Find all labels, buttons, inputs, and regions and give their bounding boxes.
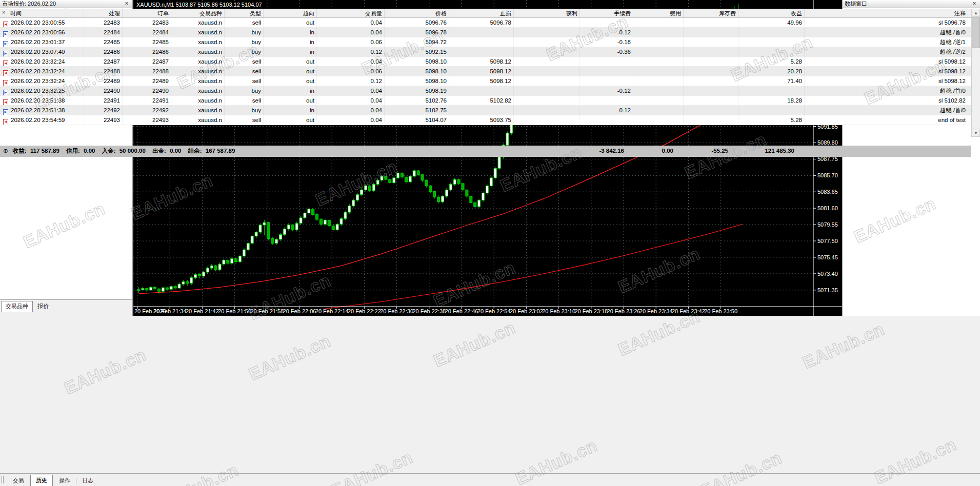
deal-fee	[633, 86, 684, 95]
deal-time: 2026.02.20 23:51:38	[11, 107, 65, 113]
deal-sl: 5096.78	[449, 18, 514, 27]
history-column-header[interactable]: 价格	[385, 9, 449, 17]
tab-trade[interactable]: 交易	[7, 475, 30, 486]
deal-type: buy	[225, 106, 264, 115]
svg-text:20 Feb 22:54: 20 Feb 22:54	[477, 308, 511, 314]
close-icon[interactable]: ×	[123, 0, 130, 8]
deal-deal: 22493	[84, 115, 123, 125]
data-window-title: 数据窗口	[845, 1, 867, 7]
tab-journal[interactable]: 日志	[76, 475, 99, 486]
history-row[interactable]: ◄2026.02.20 23:32:242248722487xauusd.nse…	[0, 57, 971, 67]
summary-deposit-value: 50 000.00	[119, 148, 146, 154]
deal-sl: 5098.12	[449, 57, 514, 66]
history-column-header[interactable]: 获利	[514, 9, 580, 17]
tab-operations[interactable]: 操作	[53, 475, 76, 486]
history-column-header[interactable]: 注释	[805, 9, 968, 17]
history-column-header[interactable]: 手续费	[580, 9, 633, 17]
history-row[interactable]: ►2026.02.20 23:51:382249222492xauusd.nbu…	[0, 106, 971, 115]
deal-profit: 18.28	[738, 96, 805, 105]
history-row[interactable]: ►2026.02.20 23:32:252249022490xauusd.nbu…	[0, 86, 971, 96]
history-row[interactable]: ►2026.02.20 23:00:562248422484xauusd.nbu…	[0, 28, 971, 37]
deal-order: 22493	[123, 115, 171, 125]
deal-fee	[633, 106, 684, 115]
deal-commission: -0.36	[580, 47, 633, 56]
deal-commission	[580, 115, 633, 125]
tab-history[interactable]: 历史	[30, 475, 53, 486]
deal-order: 22485	[123, 37, 171, 47]
watermark-text: EAHub.cn	[430, 317, 518, 371]
buy-deal-icon: ►	[3, 31, 8, 37]
history-column-header[interactable]: 库存费	[684, 9, 738, 17]
scroll-up-icon[interactable]: ▲	[972, 9, 980, 17]
deal-deal: 22484	[84, 28, 123, 37]
deal-order: 22486	[123, 47, 171, 56]
close-icon[interactable]: ×	[2, 9, 5, 15]
deal-deal: 22486	[84, 47, 123, 56]
history-column-header[interactable]: 类型	[225, 9, 264, 17]
deal-deal: 22491	[84, 96, 123, 105]
deal-sl: 5098.12	[449, 76, 514, 86]
summary-commission-total: -3 842.16	[599, 146, 624, 156]
summary-deposit-label: 入金:	[102, 148, 116, 154]
deal-symbol: xauusd.n	[171, 67, 225, 76]
history-row[interactable]: ◄2026.02.20 23:51:382249122491xauusd.nse…	[0, 96, 971, 106]
svg-text:20 Feb 22:30: 20 Feb 22:30	[380, 308, 413, 314]
svg-text:20 Feb 22:14: 20 Feb 22:14	[315, 308, 349, 314]
history-scrollbar[interactable]: ▲ ▼	[971, 9, 980, 137]
market-watch-tabs: 交易品种报价	[0, 299, 132, 316]
history-row[interactable]: ◄2026.02.20 23:32:242248822488xauusd.nse…	[0, 67, 971, 76]
scrollbar-thumb[interactable]	[972, 17, 980, 48]
scroll-down-icon[interactable]: ▼	[972, 129, 980, 137]
history-row[interactable]: ►2026.02.20 23:01:372248522485xauusd.nbu…	[0, 37, 971, 47]
deal-symbol: xauusd.n	[171, 96, 225, 105]
deal-order: 22490	[123, 86, 171, 95]
history-column-header[interactable]: 止损	[449, 9, 514, 17]
expander-icon[interactable]: ⊕	[3, 148, 8, 154]
history-column-header[interactable]: 收益	[738, 9, 805, 17]
deal-swap	[684, 115, 738, 125]
deal-type: sell	[225, 67, 264, 76]
svg-text:5081.60: 5081.60	[817, 205, 838, 211]
deal-sl: 5098.12	[449, 67, 514, 76]
history-row[interactable]: ◄2026.02.20 23:00:552248322483xauusd.nse…	[0, 18, 971, 28]
deal-commission: -0.12	[580, 106, 633, 115]
summary-credit-label: 信用:	[66, 148, 80, 154]
deal-swap	[684, 96, 738, 105]
history-column-header[interactable]: 趋向	[264, 9, 317, 17]
deal-volume: 0.04	[317, 18, 385, 27]
svg-text:5087.75: 5087.75	[817, 156, 838, 162]
market-watch-tab-symbols[interactable]: 交易品种	[1, 301, 33, 312]
deal-time: 2026.02.20 23:01:37	[11, 39, 65, 45]
deal-sl	[449, 47, 514, 56]
deal-fee	[633, 96, 684, 105]
deal-type: sell	[225, 115, 264, 125]
history-row[interactable]: ►2026.02.20 23:07:402248622486xauusd.nbu…	[0, 47, 971, 57]
history-column-header[interactable]: 交易品种	[171, 9, 225, 17]
deal-swap	[684, 47, 738, 56]
deal-comment: sl 5098.12	[805, 76, 968, 86]
history-row[interactable]: ◄2026.02.20 23:32:242248922489xauusd.nse…	[0, 76, 971, 86]
history-row[interactable]: ◄2026.02.20 23:54:592249322493xauusd.nse…	[0, 115, 971, 125]
deal-deal: 22483	[84, 18, 123, 27]
history-column-header[interactable]: 订单	[123, 9, 171, 17]
close-icon[interactable]: ×	[971, 0, 978, 8]
history-column-header[interactable]: 交易量	[317, 9, 385, 17]
history-table: × 时间处理订单交易品种类型趋向交易量价格止损获利手续费费用库存费收益注释 ◄2…	[0, 9, 971, 125]
svg-text:5079.55: 5079.55	[817, 221, 838, 228]
history-column-header[interactable]: 处理	[84, 9, 123, 17]
history-column-header[interactable]: 时间	[0, 9, 84, 17]
deal-volume: 0.06	[317, 37, 385, 47]
market-watch-titlebar: 市场报价: 2026.02.20 ×	[0, 0, 132, 8]
deal-commission: -0.18	[580, 37, 633, 47]
deal-profit	[738, 106, 805, 115]
drag-grip[interactable]	[2, 476, 4, 483]
market-watch-tab-quotes[interactable]: 报价	[33, 301, 53, 312]
svg-text:20 Feb 21:42: 20 Feb 21:42	[186, 308, 219, 314]
svg-text:5077.50: 5077.50	[817, 238, 838, 244]
deal-commission: -0.12	[580, 28, 633, 37]
deal-profit: 5.28	[738, 115, 805, 125]
history-column-header[interactable]: 费用	[633, 9, 684, 17]
deal-symbol: xauusd.n	[171, 115, 225, 125]
deal-dir: out	[264, 76, 317, 86]
deal-dir: out	[264, 57, 317, 66]
